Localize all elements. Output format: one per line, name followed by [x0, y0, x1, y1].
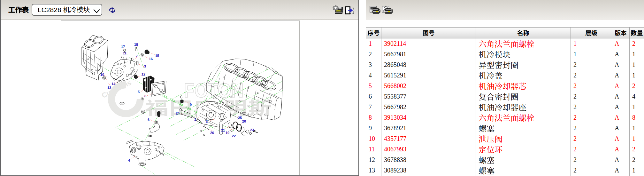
svg-text:23: 23 — [250, 128, 254, 132]
svg-text:9: 9 — [190, 103, 192, 107]
svg-text:8: 8 — [144, 94, 146, 98]
svg-text:10: 10 — [100, 73, 104, 76]
svg-text:12: 12 — [142, 72, 145, 76]
svg-text:21: 21 — [221, 128, 225, 132]
svg-text:11: 11 — [123, 51, 126, 55]
svg-text:7: 7 — [136, 54, 138, 58]
svg-text:1: 1 — [194, 117, 196, 121]
svg-text:18: 18 — [134, 43, 138, 46]
svg-text:24: 24 — [176, 111, 180, 115]
svg-text:3: 3 — [144, 64, 146, 68]
svg-text:20: 20 — [242, 119, 246, 123]
svg-text:19: 19 — [226, 131, 229, 135]
svg-text:22: 22 — [232, 134, 236, 138]
svg-text:14: 14 — [111, 82, 116, 86]
svg-text:5: 5 — [138, 90, 140, 94]
svg-text:16: 16 — [149, 57, 153, 61]
svg-text:2: 2 — [206, 119, 208, 123]
svg-text:25: 25 — [238, 116, 242, 120]
svg-text:6: 6 — [148, 118, 150, 122]
svg-text:17: 17 — [121, 45, 125, 49]
svg-text:26: 26 — [210, 131, 214, 135]
svg-text:13: 13 — [107, 86, 111, 90]
svg-text:15: 15 — [155, 54, 159, 58]
svg-text:福: 福 — [145, 94, 169, 120]
svg-text:4: 4 — [128, 158, 130, 162]
